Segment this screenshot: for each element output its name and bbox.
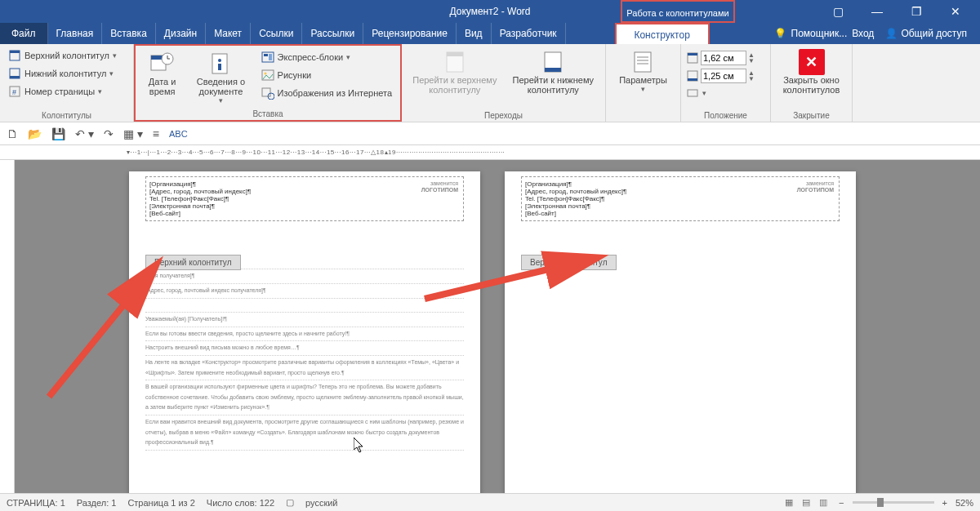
svg-rect-16	[269, 54, 272, 60]
goto-footer-button[interactable]: Перейти к нижнему колонтитулу	[506, 47, 600, 96]
page1-header-area[interactable]: [Организация]¶ [Адрес, город, почтовый и…	[145, 176, 464, 221]
document-workspace: [Организация]¶ [Адрес, город, почтовый и…	[0, 160, 980, 496]
zoom-out-icon[interactable]: −	[839, 498, 844, 508]
undo-icon[interactable]: ↶ ▾	[75, 127, 94, 140]
footer-from-bottom: ▲▼	[686, 69, 755, 83]
tab-constructor[interactable]: Конструктор	[615, 23, 710, 44]
status-words[interactable]: Число слов: 122	[207, 498, 274, 508]
body-p4: В вашей организации используют фирменные…	[145, 380, 464, 415]
ribbon-group-navigation: Перейти к верхнему колонтитулу Перейти к…	[402, 44, 606, 122]
footer-icon	[8, 67, 21, 80]
svg-point-12	[218, 59, 221, 62]
ribbon-display-icon[interactable]: ▢	[822, 5, 854, 18]
svg-rect-13	[218, 64, 221, 70]
right-controls: 💡 Помощник... Вход 👤 Общий доступ	[768, 28, 980, 39]
page-1[interactable]: [Организация]¶ [Адрес, город, почтовый и…	[129, 171, 480, 496]
ribbon: Верхний колонтитул Нижний колонтитул #Но…	[0, 44, 980, 122]
globe-picture-icon	[261, 87, 274, 100]
ribbon-group-insert: Дата и время Сведения о документе Экспре…	[134, 44, 402, 122]
logo2-line2: ЛОГОТИПОМ	[797, 187, 834, 193]
tab-insert[interactable]: Вставка	[102, 23, 156, 44]
header-web-2: [Веб-сайт]	[525, 210, 835, 217]
svg-point-18	[264, 73, 266, 75]
header-from-top-input[interactable]	[701, 51, 746, 65]
tab-bar: Файл Главная Вставка Дизайн Макет Ссылки…	[0, 23, 980, 44]
group-label-options	[611, 118, 675, 120]
save-icon[interactable]: 💾	[51, 127, 65, 140]
ribbon-group-headers: Верхний колонтитул Нижний колонтитул #Но…	[0, 44, 134, 122]
page1-body: 0 НОЯБРЯ 2020 Г.¶ [Имя получателя]¶ [Адр…	[145, 254, 464, 451]
tab-references[interactable]: Ссылки	[251, 23, 302, 44]
goto-header-label: Перейти к верхнему колонтитулу	[412, 75, 498, 95]
svg-rect-24	[545, 68, 561, 72]
header-tab-label-2: Верхний колонтитул	[521, 255, 617, 270]
group-label-headers: Колонтитулы	[5, 109, 128, 120]
svg-rect-25	[635, 52, 651, 72]
options-icon	[630, 49, 656, 75]
tab-mailings[interactable]: Рассылки	[302, 23, 363, 44]
minimize-icon[interactable]: —	[861, 5, 893, 18]
close-x-icon: ✕	[799, 49, 825, 75]
page2-header-area[interactable]: [Организация]¶ [Адрес, город, почтовый и…	[521, 176, 840, 221]
status-section[interactable]: Раздел: 1	[77, 498, 117, 508]
restore-icon[interactable]: ❐	[900, 5, 933, 18]
online-pictures-label: Изображения из Интернета	[278, 88, 392, 98]
status-page[interactable]: СТРАНИЦА: 1	[7, 498, 65, 508]
signin-button[interactable]: Вход	[852, 28, 874, 39]
tell-me-label[interactable]: Помощник...	[791, 28, 848, 39]
tab-design[interactable]: Дизайн	[156, 23, 206, 44]
new-doc-icon[interactable]: 🗋	[7, 127, 18, 140]
insert-alignment-tab[interactable]	[686, 87, 706, 100]
zoom-in-icon[interactable]: +	[942, 498, 947, 508]
footer-label: Нижний колонтитул	[24, 69, 106, 78]
close-icon[interactable]: ✕	[939, 5, 972, 18]
spelling-icon[interactable]: ABC	[169, 129, 188, 139]
footer-from-bottom-input[interactable]	[701, 69, 746, 83]
open-icon[interactable]: 📂	[28, 127, 42, 140]
tab-home[interactable]: Главная	[48, 23, 103, 44]
tab-layout[interactable]: Макет	[206, 23, 251, 44]
page-number-icon: #	[8, 85, 21, 98]
table-icon[interactable]: ▦ ▾	[123, 127, 143, 140]
share-icon: 👤	[885, 28, 898, 39]
footer-pos-icon	[686, 69, 699, 82]
quick-parts-button[interactable]: Экспресс-блоки	[258, 49, 395, 65]
status-proofing-icon[interactable]: ▢	[286, 497, 294, 508]
tab-review[interactable]: Рецензирование	[363, 23, 457, 44]
page-number-button[interactable]: #Номер страницы	[5, 83, 105, 100]
share-button[interactable]: 👤 Общий доступ	[879, 28, 973, 39]
print-layout-icon[interactable]: ▤	[799, 497, 813, 507]
tell-me-icon[interactable]: 💡	[774, 28, 786, 39]
tab-developer[interactable]: Разработчик	[492, 23, 566, 44]
view-buttons: ▦ ▤ ▥	[782, 497, 831, 508]
page-2[interactable]: [Организация]¶ [Адрес, город, почтовый и…	[505, 171, 856, 496]
body-recipient-addr: [Адрес, город, почтовый индекс получател…	[145, 284, 464, 299]
close-header-footer-button[interactable]: ✕ Закрыть окно колонтитулов	[776, 47, 847, 96]
ribbon-group-position: ▲▼ ▲▼ Положение	[681, 44, 771, 122]
status-language[interactable]: русский	[305, 498, 337, 508]
online-pictures-button[interactable]: Изображения из Интернета	[258, 85, 395, 101]
web-layout-icon[interactable]: ▥	[816, 497, 831, 507]
footer-button[interactable]: Нижний колонтитул	[5, 65, 117, 82]
logo-line1: заменится	[421, 180, 458, 187]
tab-file[interactable]: Файл	[0, 23, 48, 44]
header-email-2: [Электронная почта]¶	[525, 202, 835, 210]
paragraph-icon[interactable]: ≡	[153, 127, 159, 140]
redo-icon[interactable]: ↷	[104, 127, 114, 140]
options-button[interactable]: Параметры	[614, 47, 672, 95]
logo-placeholder: заменится ЛОГОТИПОМ	[421, 180, 458, 193]
doc-info-button[interactable]: Сведения о документе	[187, 49, 254, 106]
status-page-of[interactable]: Страница 1 из 2	[127, 498, 194, 508]
date-time-button[interactable]: Дата и время	[140, 49, 184, 98]
tab-view[interactable]: Вид	[457, 23, 492, 44]
horizontal-ruler[interactable]: ▾···1···|···1···2···3···4···5···6···7···…	[0, 145, 980, 160]
svg-rect-32	[688, 78, 697, 81]
header-button[interactable]: Верхний колонтитул	[5, 47, 120, 64]
pictures-button[interactable]: Рисунки	[258, 67, 395, 83]
zoom-value[interactable]: 52%	[956, 498, 973, 508]
vertical-ruler[interactable]	[0, 160, 15, 496]
goto-header-button[interactable]: Перейти к верхнему колонтитулу	[407, 47, 503, 96]
read-mode-icon[interactable]: ▦	[782, 497, 796, 507]
ribbon-group-options: Параметры	[606, 44, 681, 122]
zoom-slider[interactable]	[853, 501, 934, 504]
